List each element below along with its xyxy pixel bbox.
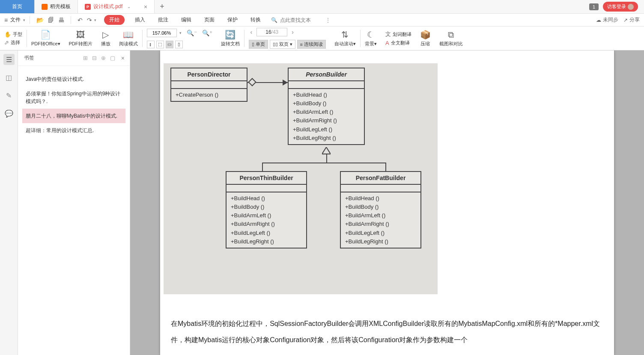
uml-class-director: PersonDirector +CreatePerson () (170, 68, 247, 102)
menu-tab-convert[interactable]: 转换 (248, 15, 263, 25)
compress-button[interactable]: 📦压缩 (416, 30, 435, 47)
bookmark-item[interactable]: Java中的责任链设计模式. (22, 72, 125, 86)
current-page: 16 (265, 29, 271, 35)
uml-class-fat: PersonFatBuilder +BuildHead ()+BuildBody… (340, 171, 421, 248)
search-more-icon[interactable]: ⋮ (325, 17, 331, 23)
crop-compare[interactable]: ⧉截图和对比 (435, 30, 467, 47)
share-button[interactable]: ↗ 分享 (623, 16, 640, 24)
tab-home-label: 首页 (12, 3, 22, 10)
fit-page-icon[interactable]: ⬚ (156, 41, 164, 48)
redo-icon[interactable]: ↷ (85, 17, 94, 24)
auto-scroll[interactable]: ⇅自动滚动▾ (330, 30, 360, 47)
pdf2office-icon: 📄 (40, 30, 51, 40)
total-pages: /43 (271, 29, 279, 35)
full-translate[interactable]: A全文翻译 (385, 40, 411, 46)
chevron-down-icon[interactable]: ▾ (94, 18, 96, 22)
play-button[interactable]: ▷播放 (97, 30, 115, 47)
bookmark-title: 书签 (24, 54, 34, 62)
prev-page-icon[interactable]: ‹ (249, 29, 254, 36)
actual-size-icon[interactable]: ▭ (166, 41, 173, 48)
open-icon[interactable]: 📂 (34, 17, 46, 24)
menu-tab-edit[interactable]: 编辑 (179, 15, 194, 25)
book-icon: 📖 (123, 30, 134, 40)
save-icon[interactable]: 🗐 (46, 17, 56, 24)
tab-docshell-label: 稻壳模板 (50, 3, 71, 10)
bookmark-item-active[interactable]: 腊月二十八，聊聊MyBatis中的设计模式. (22, 109, 125, 123)
print-icon[interactable]: 🖶 (56, 17, 66, 24)
zoom-input[interactable] (147, 29, 177, 37)
bookmark-option-icon[interactable]: ▢ (110, 55, 115, 61)
search-icon: 🔍 (271, 17, 277, 23)
menu-tab-page[interactable]: 页面 (202, 15, 217, 25)
thumbnail-strip-icon[interactable]: ◫ (3, 72, 15, 83)
menu-tab-annotate[interactable]: 批注 (155, 15, 171, 25)
cloud-icon: ☁ (596, 17, 601, 23)
menu-tab-start[interactable]: 开始 (104, 15, 125, 25)
bookmark-strip-icon[interactable]: ☰ (3, 54, 15, 65)
document-area[interactable]: PersonDirector +CreatePerson () PersonBu… (130, 50, 644, 355)
close-icon[interactable]: × (144, 3, 147, 10)
separator (30, 16, 30, 24)
crop-icon: ⧉ (448, 30, 454, 40)
double-page-button[interactable]: ▯▯ 双页▾ (270, 40, 295, 49)
comment-strip-icon[interactable]: 💬 (3, 108, 15, 119)
bookmark-item[interactable]: 必须掌握！你知道Spring中运用的9种设计模式吗？. (22, 86, 125, 109)
expand-all-icon[interactable]: ⊞ (83, 55, 88, 61)
moon-icon: ☾ (367, 30, 375, 40)
file-label: 文件 (10, 16, 21, 24)
pdf-icon: P (85, 4, 91, 10)
search-input[interactable] (280, 17, 323, 23)
pdf2img-icon: 🖼 (76, 30, 85, 40)
select-tool[interactable]: ⬀选择 (4, 39, 22, 46)
bookmark-item[interactable]: 超详细：常用的设计模式汇总. (22, 123, 125, 138)
collapse-all-icon[interactable]: ⊟ (92, 55, 97, 61)
uml-class-thin: PersonThinBuilder +BuildHead ()+BuildBod… (226, 171, 307, 248)
fit-height-icon[interactable]: ▯ (175, 41, 183, 48)
tab-home[interactable]: 首页 (0, 0, 35, 13)
tab-active-file[interactable]: P 设计模式.pdf ⌄ × (78, 0, 155, 13)
pdf-to-office[interactable]: 📄PDF转Office▾ (27, 30, 65, 47)
word-translate[interactable]: 文划词翻译 (385, 30, 411, 38)
search-box[interactable]: 🔍 ⋮ (271, 17, 331, 23)
sync-label: 未同步 (603, 16, 618, 24)
fit-width-icon[interactable]: ⫿ (147, 41, 155, 48)
hamburger-icon: ≡ (4, 17, 8, 24)
side-strip: ☰ ◫ ✎ 💬 (0, 50, 18, 355)
page-indicator[interactable]: 16/43 (256, 28, 287, 36)
single-page-button[interactable]: ▯ 单页 (249, 40, 268, 49)
uml-diagram: PersonDirector +CreatePerson () PersonBu… (164, 63, 438, 294)
continuous-button[interactable]: ≡ 连续阅读 (297, 40, 326, 49)
read-mode[interactable]: 📖阅读模式 (115, 30, 142, 47)
sync-status[interactable]: ☁ 未同步 (596, 16, 618, 24)
document-paragraph: 在Mybatis环境的初始化过程中，SqlSessionFactoryBuild… (160, 294, 614, 349)
new-tab-button[interactable]: + (155, 0, 170, 13)
rotate-doc[interactable]: 🔄旋转文档 (217, 30, 244, 47)
hand-tool[interactable]: ✋手型 (4, 31, 22, 38)
next-page-icon[interactable]: › (290, 29, 295, 36)
share-label: 分享 (629, 16, 640, 24)
menu-tab-insert[interactable]: 插入 (132, 15, 148, 25)
menu-tab-protect[interactable]: 保护 (225, 15, 240, 25)
bookmark-header: 书签 ⊞ ⊟ ⊕ ▢ × (18, 50, 130, 66)
notification-badge[interactable]: 1 (589, 3, 599, 10)
file-menu[interactable]: ≡ 文件 ▾ (4, 16, 25, 24)
tab-dropdown-icon[interactable]: ⌄ (127, 4, 131, 9)
background-button[interactable]: ☾背景▾ (361, 30, 381, 47)
tab-docshell[interactable]: 稻壳模板 (35, 0, 78, 13)
translate-full-icon: A (385, 40, 389, 46)
chevron-down-icon: ▾ (23, 18, 25, 22)
chevron-down-icon[interactable]: ▾ (179, 31, 182, 35)
bookmark-list: Java中的责任链设计模式. 必须掌握！你知道Spring中运用的9种设计模式吗… (18, 66, 130, 144)
pdf-to-image[interactable]: 🖼PDF转图片 (65, 30, 97, 47)
pdf-page: PersonDirector +CreatePerson () PersonBu… (160, 50, 614, 355)
attach-strip-icon[interactable]: ✎ (3, 90, 15, 101)
undo-icon[interactable]: ↶ (75, 17, 85, 24)
login-button[interactable]: 访客登录 (603, 2, 638, 12)
add-bookmark-icon[interactable]: ⊕ (101, 55, 106, 61)
translate-word-icon: 文 (385, 30, 391, 38)
zoom-in-icon[interactable]: 🔍⁺ (202, 30, 212, 36)
uml-triangle-icon (322, 147, 331, 155)
play-icon: ▷ (102, 30, 109, 40)
close-panel-icon[interactable]: × (121, 55, 125, 62)
zoom-out-icon[interactable]: 🔍⁻ (187, 30, 197, 36)
